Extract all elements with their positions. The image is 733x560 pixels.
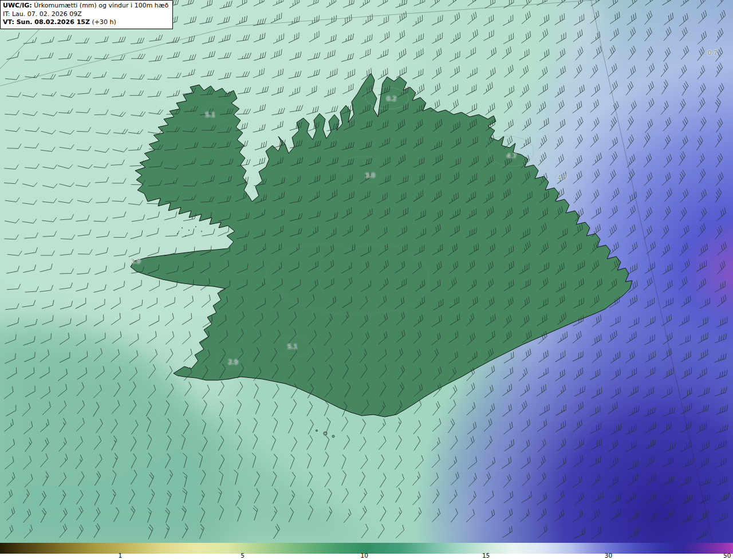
weather-map-screenshot: 5.10.23.04.74.73.95.12.90.7 UWC/IG: Úrko… <box>0 0 733 560</box>
product-title-line: UWC/IG: Úrkomumætti (mm) og vindur i 100… <box>3 2 168 10</box>
valid-offset: (+30 h) <box>90 18 116 26</box>
product-label: UWC/IG: <box>3 2 32 9</box>
valid-time-line: VT: Sun. 08.02.2026 15Z (+30 h) <box>3 18 168 27</box>
forecast-info-box: UWC/IG: Úrkomumætti (mm) og vindur i 100… <box>0 0 173 29</box>
colorbar-tick: 5 <box>241 553 245 559</box>
valid-time: VT: Sun. 08.02.2026 15Z <box>3 18 90 26</box>
colorbar: 1510153050 <box>0 543 733 560</box>
map-canvas <box>0 0 733 543</box>
product-title: Úrkomumætti (mm) og vindur i 100m hæð <box>32 2 169 9</box>
init-time-line: IT: Lau. 07. 02. 2026 09Z <box>3 10 168 19</box>
map-area: 5.10.23.04.74.73.95.12.90.7 UWC/IG: Úrko… <box>0 0 733 543</box>
colorbar-tick: 1 <box>119 553 123 559</box>
colorbar-tick: 50 <box>723 553 731 559</box>
colorbar-tick: 15 <box>482 553 490 559</box>
colorbar-labels: 1510153050 <box>0 554 733 560</box>
colorbar-tick: 30 <box>605 553 612 559</box>
colorbar-tick: 10 <box>360 553 368 559</box>
